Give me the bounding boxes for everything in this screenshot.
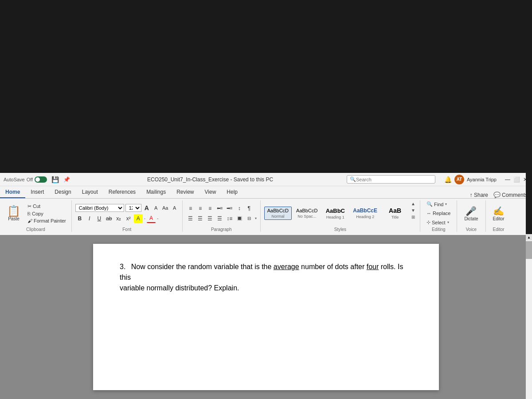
voice-label: Voice [461, 226, 481, 232]
document-page[interactable]: 3. Now consider the random variable that… [93, 244, 439, 390]
align-center-button[interactable]: ☰ [196, 214, 205, 223]
bullets-button[interactable]: ≡ [186, 204, 195, 213]
line-spacing-button[interactable]: ↕≡ [225, 214, 234, 223]
styles-scroll-down[interactable]: ▼ [410, 207, 416, 213]
find-button[interactable]: 🔍 Find ▾ [424, 200, 453, 208]
scroll-thumb[interactable] [526, 241, 532, 259]
shading-button[interactable]: 🔳 [235, 214, 244, 223]
tab-design[interactable]: Design [49, 186, 76, 198]
strikethrough-button[interactable]: ab [105, 214, 113, 223]
style-title[interactable]: AaB Title [382, 206, 408, 220]
search-icon: 🔍 [350, 176, 356, 182]
select-dropdown-arrow[interactable]: ▾ [447, 220, 449, 224]
cut-button[interactable]: ✂ Cut [26, 203, 68, 210]
tab-layout[interactable]: Layout [77, 186, 103, 198]
borders-button[interactable]: ⊟ [245, 214, 254, 223]
style-heading1-preview: AaBbC [326, 207, 345, 214]
subscript-button[interactable]: x₂ [114, 214, 123, 223]
show-marks-button[interactable]: ¶ [245, 204, 254, 213]
avatar[interactable]: AT [454, 175, 464, 184]
styles-container: AaBbCcD Normal AaBbCcD No Spac... AaBbC … [264, 200, 408, 226]
scroll-up-button[interactable]: ▲ [526, 234, 532, 240]
scrollbar-vertical[interactable]: ▲ [526, 234, 532, 399]
align-right-button[interactable]: ☰ [206, 214, 215, 223]
comments-button[interactable]: 💬 Comments [493, 192, 528, 198]
borders-dropdown-arrow[interactable]: ▾ [255, 216, 257, 220]
tab-review[interactable]: Review [171, 186, 199, 198]
indent-decrease-button[interactable]: ⬅≡ [215, 204, 224, 213]
ribbon-tabs-bar: Home Insert Design Layout References Mai… [0, 186, 532, 199]
dictate-button[interactable]: 🎤 Dictate [461, 204, 481, 223]
paste-button[interactable]: 📋 Paste [4, 205, 24, 222]
align-left-button[interactable]: ☰ [186, 214, 195, 223]
editor-group: ✍ Editor Editor [486, 200, 512, 232]
select-button[interactable]: ⊹ Select ▾ [424, 219, 453, 226]
tab-references[interactable]: References [103, 186, 141, 198]
tab-view[interactable]: View [200, 186, 222, 198]
paragraph-label: Paragraph [186, 226, 257, 232]
window-minimize-button[interactable]: — [504, 176, 512, 184]
search-input[interactable] [356, 177, 427, 182]
font-row-top: Calibri (Body) 12 A A Aa A [75, 204, 179, 212]
style-heading1-name: Heading 1 [326, 215, 344, 219]
indent-increase-button[interactable]: ➡≡ [225, 204, 234, 213]
clear-formatting-button[interactable]: A [171, 204, 179, 212]
font-size-selector[interactable]: 12 [125, 204, 141, 212]
editor-button[interactable]: ✍ Editor [489, 204, 508, 223]
superscript-button[interactable]: x² [124, 214, 133, 223]
text-highlight-button[interactable]: A [134, 214, 143, 223]
font-shrink-button[interactable]: A [152, 204, 160, 212]
font-grow-button[interactable]: A [143, 204, 151, 212]
styles-scroll-up[interactable]: ▲ [410, 200, 416, 207]
replace-icon: ↔ [426, 211, 431, 216]
para-row-bottom: ☰ ☰ ☰ ☰ ↕≡ 🔳 ⊟ ▾ [186, 214, 257, 223]
cut-label: Cut [33, 203, 40, 209]
share-button[interactable]: ↑ Share [469, 192, 488, 198]
sort-button[interactable]: ↕ [235, 204, 244, 213]
dictate-label: Dictate [464, 216, 478, 221]
para-row-top: ≡ ≡ ≡ ⬅≡ ➡≡ ↕ ¶ [186, 204, 257, 213]
font-case-button[interactable]: Aa [161, 204, 169, 212]
style-no-spacing[interactable]: AaBbCcD No Spac... [293, 207, 320, 219]
save-icon[interactable]: 💾 [51, 176, 59, 183]
paragraph-group: ≡ ≡ ≡ ⬅≡ ➡≡ ↕ ¶ ☰ ☰ ☰ ☰ ↕≡ 🔳 ⊟ ▾ Paragra… [183, 200, 261, 232]
format-painter-button[interactable]: 🖌 Format Painter [26, 218, 68, 224]
editing-label: Editing [424, 226, 453, 232]
tab-mailings[interactable]: Mailings [141, 186, 171, 198]
tab-home[interactable]: Home [0, 186, 25, 198]
style-heading2[interactable]: AaBbCcE Heading 2 [350, 207, 380, 220]
copy-button[interactable]: ⎘ Copy [26, 211, 68, 217]
clipboard-col: ✂ Cut ⎘ Copy 🖌 Format Painter [26, 203, 68, 224]
style-heading2-preview: AaBbCcE [353, 207, 377, 214]
styles-label: Styles [264, 226, 416, 232]
style-normal[interactable]: AaBbCcD Normal [264, 207, 292, 220]
tab-help[interactable]: Help [221, 186, 243, 198]
style-heading1[interactable]: AaBbC Heading 1 [322, 207, 348, 220]
select-icon: ⊹ [426, 219, 430, 225]
background-top [0, 0, 532, 173]
clipboard-label: Clipboard [4, 226, 68, 232]
copy-icon: ⎘ [27, 211, 31, 216]
autosave-toggle[interactable] [35, 176, 47, 183]
document-text[interactable]: 3. Now consider the random variable that… [120, 262, 412, 293]
comments-label: Comments [502, 192, 528, 198]
text-color-button[interactable]: A [147, 214, 156, 223]
tab-insert[interactable]: Insert [25, 186, 49, 198]
justify-button[interactable]: ☰ [215, 214, 224, 223]
bold-button[interactable]: B [75, 214, 84, 223]
font-name-selector[interactable]: Calibri (Body) [75, 204, 124, 212]
voice-group: 🎤 Dictate Voice [457, 200, 485, 232]
styles-expand[interactable]: ⊞ [410, 214, 416, 220]
numbering-button[interactable]: ≡ [196, 204, 205, 213]
editing-group: 🔍 Find ▾ ↔ Replace ⊹ Select ▾ Editing [420, 200, 457, 232]
replace-label: Replace [433, 211, 450, 216]
find-dropdown-arrow[interactable]: ▾ [445, 202, 447, 206]
replace-button[interactable]: ↔ Replace [424, 210, 453, 217]
underline-button[interactable]: U [95, 214, 104, 223]
italic-button[interactable]: I [85, 214, 94, 223]
select-label: Select [432, 220, 446, 225]
document-area[interactable]: 3. Now consider the random variable that… [0, 235, 532, 399]
multilevel-list-button[interactable]: ≡ [206, 204, 215, 213]
window-restore-button[interactable]: ⬜ [512, 176, 520, 184]
paste-icon: 📋 [7, 206, 20, 216]
